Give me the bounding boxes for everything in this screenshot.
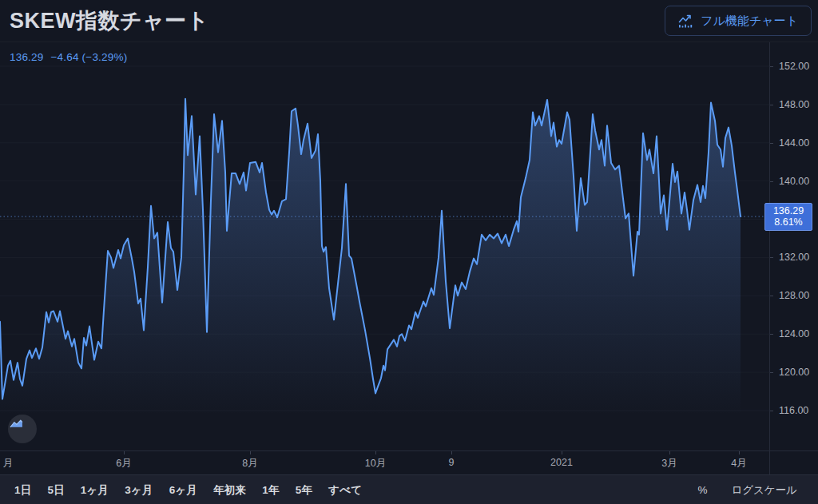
chart-style-button[interactable] — [8, 415, 37, 443]
page-header: SKEW指数チャート フル機能チャート — [0, 0, 818, 42]
full-chart-button[interactable]: フル機能チャート — [665, 6, 812, 36]
range-button-2[interactable]: 5日 — [39, 478, 72, 502]
x-axis-tick — [124, 451, 125, 454]
x-axis-label: 6月 — [116, 457, 131, 470]
x-axis-label: 月 — [3, 457, 14, 470]
x-axis-tick — [562, 451, 562, 454]
range-button-8[interactable]: 5年 — [288, 478, 320, 502]
page-title: SKEW指数チャート — [10, 6, 209, 35]
x-axis-tick — [739, 451, 740, 454]
x-axis-label: 8月 — [242, 457, 257, 470]
x-axis-label: 9 — [449, 457, 455, 468]
chart-plot[interactable] — [0, 42, 769, 450]
log-scale-button[interactable]: ログスケール — [725, 478, 804, 502]
range-button-4[interactable]: 3ヶ月 — [117, 478, 161, 502]
x-axis-label: 2021 — [550, 457, 573, 468]
x-axis-label: 10月 — [365, 457, 386, 470]
quote-price: 136.29 — [10, 51, 44, 63]
area-fill — [0, 99, 741, 450]
y-axis-label: 144.00 — [770, 137, 818, 149]
x-axis-tick — [669, 451, 670, 454]
y-axis-label: 116.00 — [770, 405, 818, 416]
full-chart-button-label: フル機能チャート — [701, 14, 798, 29]
current-price-badge: 136.29 8.61% — [764, 203, 812, 231]
range-button-1[interactable]: 1日 — [6, 478, 39, 502]
quote-change: −4.64 (−3.29%) — [51, 51, 128, 63]
x-axis-tick — [451, 451, 452, 454]
range-button-3[interactable]: 1ヶ月 — [73, 478, 117, 502]
range-button-5[interactable]: 6ヶ月 — [161, 478, 205, 502]
y-axis-label: 128.00 — [770, 290, 818, 301]
chart-widget: 136.29 −4.64 (−3.29%) 152.00148.00144.00… — [0, 42, 818, 504]
badge-percent: 8.61% — [768, 216, 808, 228]
quote-summary: 136.29 −4.64 (−3.29%) — [10, 51, 127, 63]
x-axis-label: 4月 — [731, 457, 746, 470]
x-axis-tick — [250, 451, 251, 454]
range-button-6[interactable]: 年初来 — [205, 478, 254, 502]
y-axis-label: 148.00 — [770, 99, 818, 110]
y-axis-label: 140.00 — [770, 176, 818, 187]
y-axis-label: 132.00 — [770, 252, 818, 263]
y-axis-label: 152.00 — [770, 61, 818, 72]
range-button-7[interactable]: 1年 — [254, 478, 287, 502]
x-axis-label: 3月 — [661, 457, 677, 470]
range-toolbar: 1日5日1ヶ月3ヶ月6ヶ月年初来1年5年すべて % ログスケール — [0, 474, 818, 504]
time-axis[interactable]: 月6月8月10月920213月4月 — [0, 450, 818, 474]
y-axis-label: 124.00 — [770, 328, 818, 339]
axis-corner-divider — [769, 451, 770, 474]
y-axis-label: 120.00 — [770, 367, 818, 378]
chart-line-icon — [678, 14, 693, 28]
percent-scale-button[interactable]: % — [691, 479, 713, 501]
x-axis-tick — [375, 451, 376, 454]
range-button-9[interactable]: すべて — [320, 478, 370, 502]
price-axis[interactable]: 152.00148.00144.00140.00132.00128.00124.… — [769, 42, 818, 450]
badge-price: 136.29 — [768, 205, 808, 216]
toolbar-right: % ログスケール — [691, 478, 812, 502]
